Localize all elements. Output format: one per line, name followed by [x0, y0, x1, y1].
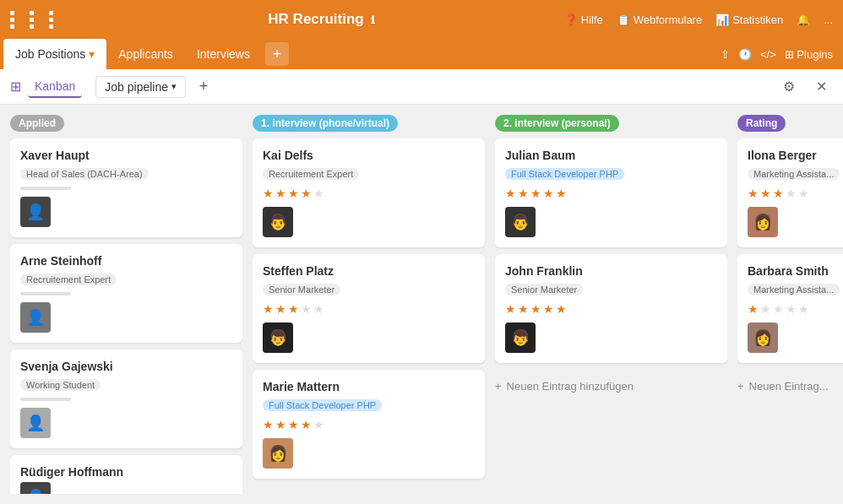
- column-badge-rating: Rating: [737, 115, 786, 132]
- history-icon[interactable]: 🕐: [738, 48, 752, 61]
- kanban-card[interactable]: Svenja Gajewski Working Student 👤: [10, 350, 242, 448]
- app-grid-icon[interactable]: [10, 11, 66, 29]
- card-tag: Full Stack Developer PHP: [263, 399, 382, 411]
- card-name: Steffen Platz: [263, 264, 475, 278]
- card-name: Marie Mattern: [263, 380, 475, 393]
- column-cards-interview2: Julian Baum Full Stack Developer PHP ★★★…: [495, 138, 727, 494]
- add-entry-label: Neuen Eintrag hinzufügen: [507, 380, 634, 393]
- help-icon: ❓: [564, 14, 578, 26]
- tab-interviews[interactable]: Interviews: [185, 39, 262, 69]
- star-2: ★: [275, 302, 286, 316]
- add-entry-button[interactable]: + Neuen Eintrag...: [737, 373, 843, 399]
- column-header-interview1: 1. interview (phone/virtual): [253, 115, 485, 132]
- stats-button[interactable]: 📊 Statistiken: [715, 14, 783, 26]
- star-3: ★: [288, 418, 299, 431]
- star-3: ★: [288, 187, 299, 200]
- add-entry-button[interactable]: + Neuen Eintrag hinzufügen: [495, 373, 727, 399]
- star-1: ★: [263, 418, 274, 431]
- help-button[interactable]: ❓ Hilfe: [564, 14, 603, 26]
- star-4: ★: [301, 302, 312, 316]
- star-4: ★: [786, 302, 797, 316]
- kanban-card[interactable]: Arne Steinhoff Recruitement Expert 👤: [10, 244, 242, 343]
- kanban-card[interactable]: Rüdiger Hoffmann 👤: [10, 455, 242, 494]
- plugins-button[interactable]: ⊞ Plugins: [785, 48, 833, 61]
- card-avatar: 👤: [20, 197, 51, 227]
- avatar-image: 👤: [20, 408, 51, 438]
- star-4: ★: [543, 302, 554, 316]
- kanban-view-button[interactable]: Kanban: [28, 76, 82, 98]
- notifications-button[interactable]: 🔔: [797, 14, 810, 26]
- star-2: ★: [275, 418, 286, 431]
- card-tag: Recruitement Expert: [20, 274, 117, 285]
- star-5: ★: [556, 302, 567, 316]
- view-bar-actions: ⚙ ✕: [777, 75, 833, 99]
- kanban-card[interactable]: Kai Delfs Recruitement Expert ★★★★★ 👨: [253, 138, 485, 247]
- tab-job-positions[interactable]: Job Positions ▾: [3, 39, 106, 69]
- card-name: John Franklin: [505, 264, 717, 278]
- card-tag: Head of Sales (DACH-Area): [20, 168, 149, 180]
- help-label: Hilfe: [581, 14, 603, 26]
- app-title: HR Recruiting ℹ: [79, 11, 564, 28]
- card-avatar: 👩: [748, 322, 778, 353]
- card-name: Rüdiger Hoffmann: [20, 465, 232, 479]
- card-avatar: 👦: [505, 322, 536, 353]
- second-navigation: Job Positions ▾ Applicants Interviews + …: [0, 39, 843, 69]
- kanban-card[interactable]: Marie Mattern Full Stack Developer PHP ★…: [253, 370, 485, 479]
- kanban-card[interactable]: John Franklin Senior Marketer ★★★★★ 👦: [495, 254, 727, 363]
- card-name: Julian Baum: [505, 149, 717, 162]
- star-3: ★: [773, 187, 784, 200]
- view-bar: ⊞ Kanban Job pipeline ▾ + ⚙ ✕: [0, 69, 843, 105]
- kanban-card[interactable]: Xaver Haupt Head of Sales (DACH-Area) 👤: [10, 138, 242, 237]
- star-2: ★: [518, 302, 529, 316]
- star-3: ★: [288, 302, 299, 316]
- star-4: ★: [543, 187, 554, 200]
- tab-job-positions-label: Job Positions: [15, 47, 85, 61]
- kanban-board: Applied Xaver Haupt Head of Sales (DACH-…: [0, 105, 843, 504]
- card-stars: ★★★★★: [505, 302, 717, 316]
- card-tag: Working Student: [20, 379, 101, 391]
- close-button[interactable]: ✕: [809, 75, 833, 99]
- webforms-button[interactable]: 📋 Webformulare: [617, 14, 702, 26]
- card-stars: ★★★★★: [748, 187, 843, 200]
- star-3: ★: [773, 302, 784, 316]
- column-cards-interview1: Kai Delfs Recruitement Expert ★★★★★ 👨 St…: [253, 138, 485, 494]
- tab-applicants[interactable]: Applicants: [106, 39, 185, 69]
- settings-button[interactable]: ⚙: [777, 75, 801, 99]
- add-tab-button[interactable]: +: [265, 42, 289, 66]
- star-1: ★: [748, 187, 759, 200]
- card-avatar: 👤: [20, 408, 51, 438]
- star-1: ★: [505, 187, 516, 200]
- kanban-card[interactable]: Barbara Smith Marketing Assista... ★★★★★…: [737, 254, 843, 363]
- avatar-image: 👩: [748, 207, 778, 237]
- card-avatar: 👤: [20, 482, 51, 494]
- card-tag: Senior Marketer: [505, 284, 583, 295]
- card-tag: Senior Marketer: [263, 284, 340, 295]
- share-icon[interactable]: ⇧: [721, 48, 730, 61]
- kanban-card[interactable]: Julian Baum Full Stack Developer PHP ★★★…: [495, 138, 727, 247]
- star-5: ★: [313, 418, 324, 431]
- more-button[interactable]: ...: [824, 14, 833, 26]
- card-progress: [20, 187, 71, 190]
- card-name: Xaver Haupt: [20, 149, 232, 162]
- star-5: ★: [798, 187, 809, 200]
- star-1: ★: [263, 302, 274, 316]
- kanban-card[interactable]: Steffen Platz Senior Marketer ★★★★★ 👦: [253, 254, 485, 363]
- chevron-down-icon: ▾: [171, 81, 177, 92]
- star-4: ★: [301, 187, 312, 200]
- column-badge-applied: Applied: [10, 115, 64, 132]
- add-entry-label: Neuen Eintrag...: [749, 380, 829, 393]
- kanban-card[interactable]: Ilona Berger Marketing Assista... ★★★★★ …: [737, 138, 843, 247]
- column-interview2: 2. interview (personal) Julian Baum Full…: [495, 115, 727, 494]
- pipeline-selector[interactable]: Job pipeline ▾: [95, 76, 186, 98]
- column-header-applied: Applied: [10, 115, 242, 132]
- star-2: ★: [518, 187, 529, 200]
- pipeline-label: Job pipeline: [105, 80, 168, 94]
- webforms-icon: 📋: [617, 14, 630, 26]
- stats-icon: 📊: [715, 14, 729, 26]
- card-stars: ★★★★★: [505, 187, 717, 200]
- star-2: ★: [760, 187, 771, 200]
- card-tag: Marketing Assista...: [748, 284, 840, 295]
- add-view-button[interactable]: +: [193, 76, 215, 98]
- card-name: Svenja Gajewski: [20, 360, 232, 373]
- code-icon[interactable]: </>: [760, 48, 776, 61]
